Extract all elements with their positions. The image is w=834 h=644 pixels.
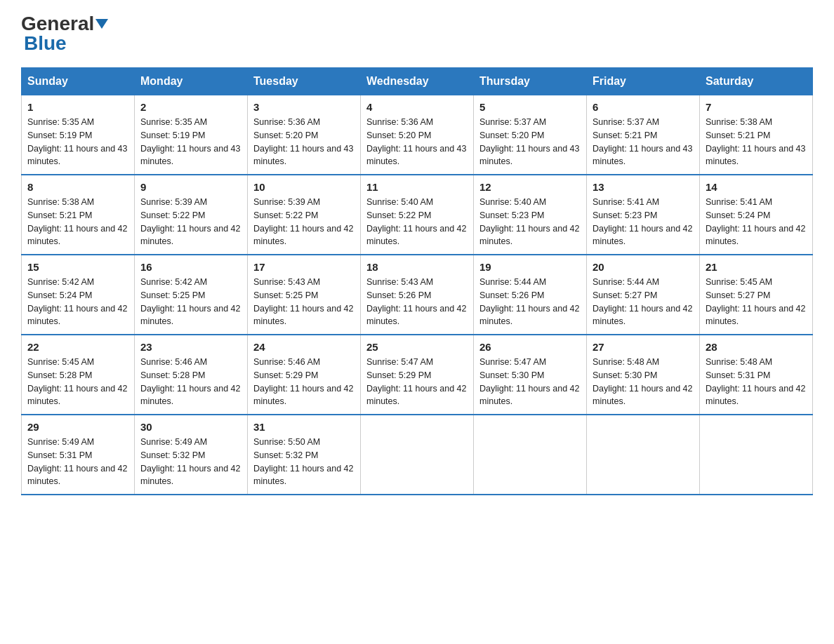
- day-info: Sunrise: 5:35 AMSunset: 5:19 PMDaylight:…: [27, 117, 127, 166]
- day-number: 20: [593, 261, 694, 273]
- calendar-cell: [361, 415, 474, 495]
- calendar-cell: 12 Sunrise: 5:40 AMSunset: 5:23 PMDaylig…: [474, 175, 587, 255]
- calendar-header-saturday: Saturday: [700, 68, 813, 95]
- day-number: 2: [140, 101, 241, 113]
- calendar-cell: 19 Sunrise: 5:44 AMSunset: 5:26 PMDaylig…: [474, 255, 587, 335]
- day-info: Sunrise: 5:45 AMSunset: 5:28 PMDaylight:…: [27, 357, 127, 406]
- calendar-table: SundayMondayTuesdayWednesdayThursdayFrid…: [21, 67, 813, 495]
- day-number: 1: [27, 101, 128, 113]
- calendar-week-row: 15 Sunrise: 5:42 AMSunset: 5:24 PMDaylig…: [22, 255, 813, 335]
- day-number: 11: [366, 181, 468, 193]
- day-number: 22: [27, 341, 128, 353]
- day-info: Sunrise: 5:42 AMSunset: 5:24 PMDaylight:…: [27, 277, 127, 326]
- day-info: Sunrise: 5:41 AMSunset: 5:24 PMDaylight:…: [706, 197, 805, 246]
- day-info: Sunrise: 5:37 AMSunset: 5:21 PMDaylight:…: [593, 117, 692, 166]
- calendar-cell: 30 Sunrise: 5:49 AMSunset: 5:32 PMDaylig…: [135, 415, 248, 495]
- day-number: 6: [593, 101, 694, 113]
- calendar-cell: 27 Sunrise: 5:48 AMSunset: 5:30 PMDaylig…: [587, 335, 700, 415]
- day-number: 13: [593, 181, 694, 193]
- day-info: Sunrise: 5:46 AMSunset: 5:29 PMDaylight:…: [253, 357, 353, 406]
- calendar-cell: [587, 415, 700, 495]
- calendar-cell: 14 Sunrise: 5:41 AMSunset: 5:24 PMDaylig…: [700, 175, 813, 255]
- day-number: 29: [27, 421, 128, 433]
- day-info: Sunrise: 5:50 AMSunset: 5:32 PMDaylight:…: [253, 437, 353, 486]
- day-number: 23: [140, 341, 241, 353]
- calendar-cell: 23 Sunrise: 5:46 AMSunset: 5:28 PMDaylig…: [135, 335, 248, 415]
- day-number: 4: [366, 101, 468, 113]
- day-number: 5: [479, 101, 581, 113]
- day-info: Sunrise: 5:49 AMSunset: 5:32 PMDaylight:…: [140, 437, 240, 486]
- day-number: 31: [253, 421, 355, 433]
- calendar-header-thursday: Thursday: [474, 68, 587, 95]
- day-info: Sunrise: 5:43 AMSunset: 5:25 PMDaylight:…: [253, 277, 353, 326]
- calendar-cell: 1 Sunrise: 5:35 AMSunset: 5:19 PMDayligh…: [22, 95, 135, 175]
- logo-triangle-icon: [95, 19, 108, 29]
- calendar-cell: [474, 415, 587, 495]
- day-info: Sunrise: 5:38 AMSunset: 5:21 PMDaylight:…: [27, 197, 127, 246]
- calendar-cell: 29 Sunrise: 5:49 AMSunset: 5:31 PMDaylig…: [22, 415, 135, 495]
- day-info: Sunrise: 5:39 AMSunset: 5:22 PMDaylight:…: [253, 197, 353, 246]
- calendar-header-monday: Monday: [135, 68, 248, 95]
- day-number: 30: [140, 421, 241, 433]
- calendar-header-tuesday: Tuesday: [248, 68, 361, 95]
- day-number: 25: [366, 341, 468, 353]
- day-number: 12: [479, 181, 581, 193]
- day-info: Sunrise: 5:39 AMSunset: 5:22 PMDaylight:…: [140, 197, 240, 246]
- day-info: Sunrise: 5:49 AMSunset: 5:31 PMDaylight:…: [27, 437, 127, 486]
- calendar-cell: 17 Sunrise: 5:43 AMSunset: 5:25 PMDaylig…: [248, 255, 361, 335]
- calendar-week-row: 1 Sunrise: 5:35 AMSunset: 5:19 PMDayligh…: [22, 95, 813, 175]
- day-number: 27: [593, 341, 694, 353]
- day-number: 15: [27, 261, 128, 273]
- day-number: 9: [140, 181, 241, 193]
- day-info: Sunrise: 5:47 AMSunset: 5:30 PMDaylight:…: [479, 357, 579, 406]
- calendar-cell: 13 Sunrise: 5:41 AMSunset: 5:23 PMDaylig…: [587, 175, 700, 255]
- day-info: Sunrise: 5:43 AMSunset: 5:26 PMDaylight:…: [366, 277, 466, 326]
- day-info: Sunrise: 5:42 AMSunset: 5:25 PMDaylight:…: [140, 277, 240, 326]
- calendar-cell: 25 Sunrise: 5:47 AMSunset: 5:29 PMDaylig…: [361, 335, 474, 415]
- day-number: 21: [706, 261, 807, 273]
- calendar-cell: 5 Sunrise: 5:37 AMSunset: 5:20 PMDayligh…: [474, 95, 587, 175]
- calendar-cell: 15 Sunrise: 5:42 AMSunset: 5:24 PMDaylig…: [22, 255, 135, 335]
- day-number: 28: [706, 341, 807, 353]
- calendar-cell: 22 Sunrise: 5:45 AMSunset: 5:28 PMDaylig…: [22, 335, 135, 415]
- day-number: 10: [253, 181, 355, 193]
- calendar-cell: 16 Sunrise: 5:42 AMSunset: 5:25 PMDaylig…: [135, 255, 248, 335]
- calendar-cell: 18 Sunrise: 5:43 AMSunset: 5:26 PMDaylig…: [361, 255, 474, 335]
- calendar-cell: 2 Sunrise: 5:35 AMSunset: 5:19 PMDayligh…: [135, 95, 248, 175]
- calendar-cell: 21 Sunrise: 5:45 AMSunset: 5:27 PMDaylig…: [700, 255, 813, 335]
- calendar-cell: 26 Sunrise: 5:47 AMSunset: 5:30 PMDaylig…: [474, 335, 587, 415]
- calendar-header-friday: Friday: [587, 68, 700, 95]
- day-number: 7: [706, 101, 807, 113]
- day-info: Sunrise: 5:45 AMSunset: 5:27 PMDaylight:…: [706, 277, 805, 326]
- day-info: Sunrise: 5:47 AMSunset: 5:29 PMDaylight:…: [366, 357, 466, 406]
- day-number: 26: [479, 341, 581, 353]
- logo-general-text: General: [21, 14, 94, 34]
- logo: General Blue: [21, 14, 108, 53]
- day-number: 8: [27, 181, 128, 193]
- calendar-cell: 11 Sunrise: 5:40 AMSunset: 5:22 PMDaylig…: [361, 175, 474, 255]
- calendar-cell: 28 Sunrise: 5:48 AMSunset: 5:31 PMDaylig…: [700, 335, 813, 415]
- calendar-week-row: 29 Sunrise: 5:49 AMSunset: 5:31 PMDaylig…: [22, 415, 813, 495]
- day-number: 19: [479, 261, 581, 273]
- calendar-cell: 24 Sunrise: 5:46 AMSunset: 5:29 PMDaylig…: [248, 335, 361, 415]
- day-info: Sunrise: 5:36 AMSunset: 5:20 PMDaylight:…: [366, 117, 466, 166]
- calendar-cell: 3 Sunrise: 5:36 AMSunset: 5:20 PMDayligh…: [248, 95, 361, 175]
- calendar-week-row: 8 Sunrise: 5:38 AMSunset: 5:21 PMDayligh…: [22, 175, 813, 255]
- day-number: 24: [253, 341, 355, 353]
- calendar-cell: 9 Sunrise: 5:39 AMSunset: 5:22 PMDayligh…: [135, 175, 248, 255]
- calendar-cell: 4 Sunrise: 5:36 AMSunset: 5:20 PMDayligh…: [361, 95, 474, 175]
- calendar-cell: [700, 415, 813, 495]
- day-info: Sunrise: 5:36 AMSunset: 5:20 PMDaylight:…: [253, 117, 353, 166]
- calendar-cell: 6 Sunrise: 5:37 AMSunset: 5:21 PMDayligh…: [587, 95, 700, 175]
- day-info: Sunrise: 5:40 AMSunset: 5:22 PMDaylight:…: [366, 197, 466, 246]
- calendar-cell: 7 Sunrise: 5:38 AMSunset: 5:21 PMDayligh…: [700, 95, 813, 175]
- day-info: Sunrise: 5:44 AMSunset: 5:27 PMDaylight:…: [593, 277, 692, 326]
- page-header: General Blue: [21, 14, 813, 53]
- day-info: Sunrise: 5:41 AMSunset: 5:23 PMDaylight:…: [593, 197, 692, 246]
- day-info: Sunrise: 5:40 AMSunset: 5:23 PMDaylight:…: [479, 197, 579, 246]
- day-info: Sunrise: 5:48 AMSunset: 5:31 PMDaylight:…: [706, 357, 805, 406]
- day-number: 18: [366, 261, 468, 273]
- day-info: Sunrise: 5:46 AMSunset: 5:28 PMDaylight:…: [140, 357, 240, 406]
- calendar-header-sunday: Sunday: [22, 68, 135, 95]
- calendar-cell: 10 Sunrise: 5:39 AMSunset: 5:22 PMDaylig…: [248, 175, 361, 255]
